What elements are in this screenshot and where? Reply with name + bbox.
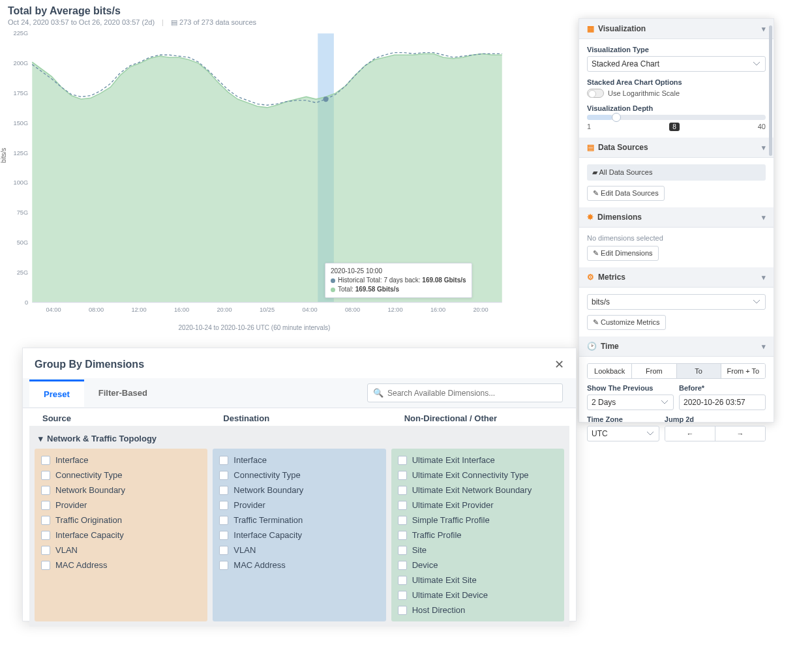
checkbox[interactable]: [219, 471, 228, 480]
time-tab-lookback[interactable]: Lookback: [588, 364, 632, 378]
dimension-item[interactable]: Ultimate Exit Network Boundary: [397, 483, 559, 498]
dimension-item[interactable]: Interface: [40, 453, 202, 468]
checkbox[interactable]: [41, 561, 50, 570]
section-visualization[interactable]: ▦ Visualization ▾: [579, 19, 774, 39]
viz-type-select[interactable]: Stacked Area Chart: [587, 56, 766, 72]
dimension-item[interactable]: Host Direction: [397, 603, 559, 618]
checkbox[interactable]: [41, 501, 50, 510]
svg-text:75G: 75G: [17, 209, 28, 216]
dimension-item[interactable]: MAC Address: [40, 558, 202, 573]
section-dimensions[interactable]: ✸ Dimensions ▾: [579, 207, 774, 228]
svg-text:20:00: 20:00: [217, 306, 232, 313]
checkbox[interactable]: [41, 471, 50, 480]
section-datasources[interactable]: ▤ Data Sources ▾: [579, 138, 774, 158]
group-toggle[interactable]: ▾ Network & Traffic Topology: [35, 431, 564, 449]
dimension-item[interactable]: Site: [397, 543, 559, 558]
dimension-item[interactable]: Provider: [40, 498, 202, 513]
checkbox[interactable]: [219, 531, 228, 540]
metrics-select[interactable]: bits/s: [587, 294, 766, 310]
all-data-sources-chip[interactable]: ▰ All Data Sources: [587, 164, 766, 181]
dimension-item[interactable]: Connectivity Type: [40, 468, 202, 483]
time-tab-to[interactable]: To: [677, 364, 721, 378]
timezone-select[interactable]: UTC: [587, 426, 659, 441]
time-tab-from[interactable]: From: [632, 364, 676, 378]
dimension-item[interactable]: Ultimate Exit Interface: [397, 453, 559, 468]
x-axis-caption: 2020-10-24 to 2020-10-26 UTC (60 minute …: [0, 324, 509, 331]
checkbox[interactable]: [219, 456, 228, 465]
dimension-item[interactable]: Traffic Termination: [218, 513, 380, 528]
svg-point-11: [323, 97, 328, 102]
dimension-item[interactable]: Interface: [218, 453, 380, 468]
dimension-item[interactable]: Network Boundary: [218, 483, 380, 498]
checkbox[interactable]: [398, 501, 407, 510]
chevron-down-icon: ▾: [762, 342, 766, 351]
checkbox[interactable]: [219, 516, 228, 525]
viz-depth-slider[interactable]: [587, 115, 766, 120]
dimension-item[interactable]: Ultimate Exit Provider: [397, 498, 559, 513]
group-by-dimensions-modal: Group By Dimensions ✕ Preset Filter-Base…: [22, 348, 577, 621]
dimension-label: Traffic Termination: [233, 515, 303, 525]
dimension-item[interactable]: Traffic Origination: [40, 513, 202, 528]
tab-filter-based[interactable]: Filter-Based: [84, 380, 162, 406]
before-input[interactable]: [679, 395, 766, 410]
log-scale-toggle[interactable]: [587, 89, 604, 98]
y-axis-label: bits/s: [0, 148, 7, 163]
search-icon: 🔍: [373, 388, 383, 398]
svg-text:125G: 125G: [14, 150, 29, 157]
dimension-item[interactable]: Connectivity Type: [218, 468, 380, 483]
dimension-item[interactable]: Ultimate Exit Site: [397, 573, 559, 588]
checkbox[interactable]: [219, 486, 228, 495]
edit-dimensions-button[interactable]: ✎ Edit Dimensions: [587, 246, 659, 261]
checkbox[interactable]: [398, 546, 407, 555]
dimension-label: Site: [412, 545, 427, 555]
checkbox[interactable]: [41, 531, 50, 540]
checkbox[interactable]: [398, 456, 407, 465]
dimension-item[interactable]: Ultimate Exit Device: [397, 588, 559, 603]
checkbox[interactable]: [398, 591, 407, 600]
dimension-item[interactable]: Interface Capacity: [218, 528, 380, 543]
chart-title: Total by Average bits/s: [8, 5, 501, 17]
chart-area[interactable]: bits/s 025G50G75G100G125G150G175G200G225…: [0, 29, 509, 323]
checkbox[interactable]: [398, 471, 407, 480]
dimension-item[interactable]: Traffic Profile: [397, 528, 559, 543]
dimension-item[interactable]: Simple Traffic Profile: [397, 513, 559, 528]
search-input[interactable]: [387, 389, 557, 398]
jump-back-button[interactable]: ←: [665, 426, 715, 441]
close-button[interactable]: ✕: [554, 357, 564, 372]
section-metrics[interactable]: ⚙ Metrics ▾: [579, 267, 774, 288]
search-dimensions-field[interactable]: 🔍: [367, 383, 563, 402]
dimension-label: Traffic Origination: [55, 515, 122, 525]
jump-forward-button[interactable]: →: [715, 426, 765, 441]
dimension-item[interactable]: VLAN: [218, 543, 380, 558]
dimension-label: Simple Traffic Profile: [412, 515, 490, 525]
checkbox[interactable]: [398, 576, 407, 585]
checkbox[interactable]: [41, 486, 50, 495]
dimension-item[interactable]: Device: [397, 558, 559, 573]
section-time[interactable]: 🕑 Time ▾: [579, 336, 774, 357]
svg-text:08:00: 08:00: [89, 306, 104, 313]
checkbox[interactable]: [398, 531, 407, 540]
dimension-item[interactable]: VLAN: [40, 543, 202, 558]
customize-metrics-button[interactable]: ✎ Customize Metrics: [587, 315, 666, 330]
checkbox[interactable]: [219, 561, 228, 570]
time-tab-from-to[interactable]: From + To: [721, 364, 765, 378]
checkbox[interactable]: [219, 546, 228, 555]
checkbox[interactable]: [398, 561, 407, 570]
dimension-item[interactable]: MAC Address: [218, 558, 380, 573]
chevron-down-icon: ▾: [762, 273, 766, 282]
checkbox[interactable]: [41, 546, 50, 555]
checkbox[interactable]: [219, 501, 228, 510]
dimension-item[interactable]: Interface Capacity: [40, 528, 202, 543]
checkbox[interactable]: [398, 516, 407, 525]
checkbox[interactable]: [41, 516, 50, 525]
gear-icon: ⚙: [587, 273, 594, 282]
checkbox[interactable]: [398, 606, 407, 615]
dimension-item[interactable]: Ultimate Exit Connectivity Type: [397, 468, 559, 483]
dimension-item[interactable]: Provider: [218, 498, 380, 513]
edit-data-sources-button[interactable]: ✎ Edit Data Sources: [587, 186, 665, 201]
tab-preset[interactable]: Preset: [29, 380, 84, 407]
checkbox[interactable]: [398, 486, 407, 495]
show-previous-select[interactable]: 2 Days: [587, 395, 674, 410]
checkbox[interactable]: [41, 456, 50, 465]
dimension-item[interactable]: Network Boundary: [40, 483, 202, 498]
